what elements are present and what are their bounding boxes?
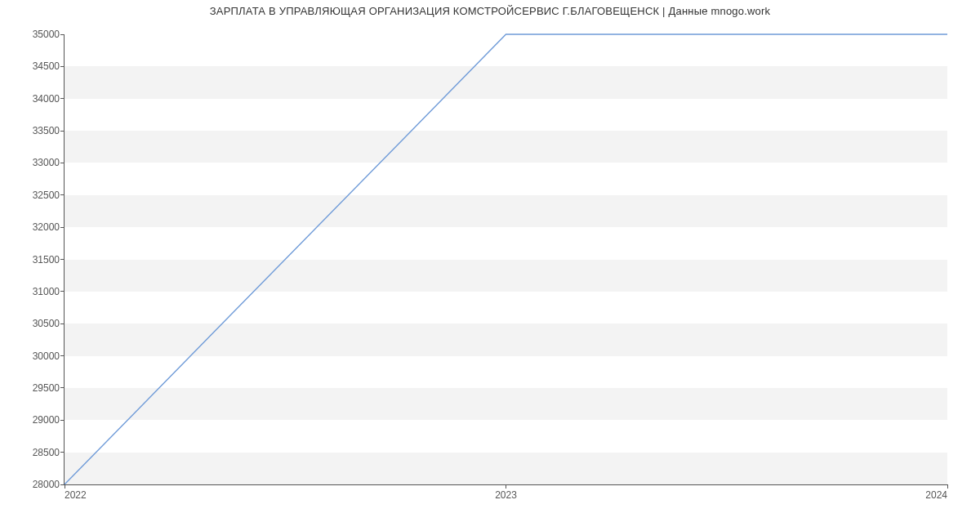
y-tick-label: 28000 xyxy=(2,479,65,490)
plot-area: 2800028500290002950030000305003100031500… xyxy=(64,34,947,485)
y-tick-mark xyxy=(60,227,65,228)
y-tick-label: 32500 xyxy=(2,190,65,201)
y-tick-label: 35000 xyxy=(2,29,65,40)
y-tick-label: 29000 xyxy=(2,414,65,426)
y-tick-mark xyxy=(60,131,65,132)
y-tick-label: 31000 xyxy=(2,286,65,297)
y-tick-mark xyxy=(60,291,65,292)
x-tick-mark xyxy=(506,484,506,489)
y-tick-label: 33000 xyxy=(2,157,65,168)
y-tick-label: 34000 xyxy=(2,93,65,105)
y-tick-mark xyxy=(60,34,65,35)
y-tick-mark xyxy=(60,259,65,260)
chart-container: ЗАРПЛАТА В УПРАВЛЯЮЩАЯ ОРГАНИЗАЦИЯ КОМСТ… xyxy=(0,0,980,531)
y-tick-label: 28500 xyxy=(2,447,65,458)
x-tick-label: 2022 xyxy=(65,484,87,501)
y-tick-mark xyxy=(60,163,65,163)
y-tick-mark xyxy=(60,387,65,388)
y-tick-label: 33500 xyxy=(2,125,65,136)
chart-title: ЗАРПЛАТА В УПРАВЛЯЮЩАЯ ОРГАНИЗАЦИЯ КОМСТ… xyxy=(0,5,980,17)
y-tick-label: 31500 xyxy=(2,254,65,266)
x-tick-label: 2024 xyxy=(925,484,947,501)
y-tick-mark xyxy=(60,66,65,67)
y-tick-label: 32000 xyxy=(2,221,65,233)
y-tick-mark xyxy=(60,98,65,99)
y-tick-mark xyxy=(60,194,65,195)
y-tick-label: 34500 xyxy=(2,60,65,72)
series-line xyxy=(65,34,947,484)
y-tick-label: 29500 xyxy=(2,382,65,394)
y-tick-mark xyxy=(60,420,65,421)
y-tick-mark xyxy=(60,355,65,356)
y-tick-label: 30500 xyxy=(2,318,65,329)
y-tick-label: 30000 xyxy=(2,350,65,362)
y-tick-mark xyxy=(60,324,65,324)
line-layer xyxy=(65,34,947,484)
y-tick-mark xyxy=(60,452,65,453)
x-tick-mark xyxy=(947,484,948,489)
x-tick-mark xyxy=(65,484,65,489)
